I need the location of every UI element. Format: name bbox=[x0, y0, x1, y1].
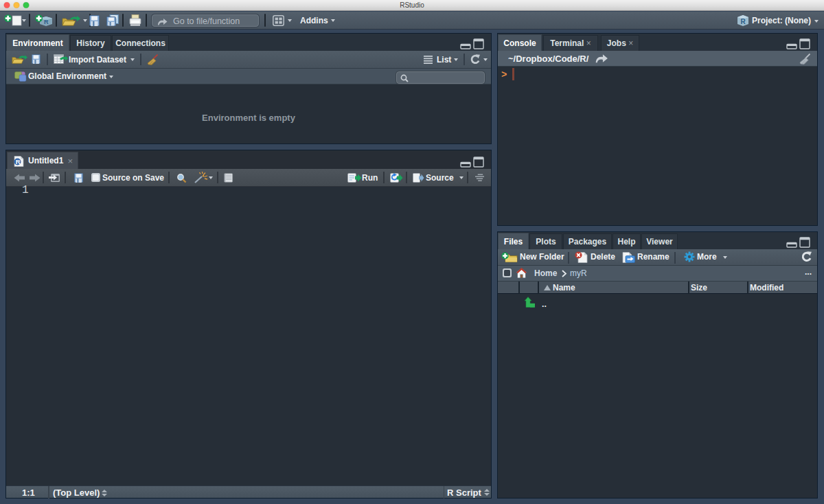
svg-text:R: R bbox=[741, 18, 746, 25]
svg-text:R: R bbox=[16, 158, 21, 165]
svg-text:R: R bbox=[44, 19, 49, 25]
